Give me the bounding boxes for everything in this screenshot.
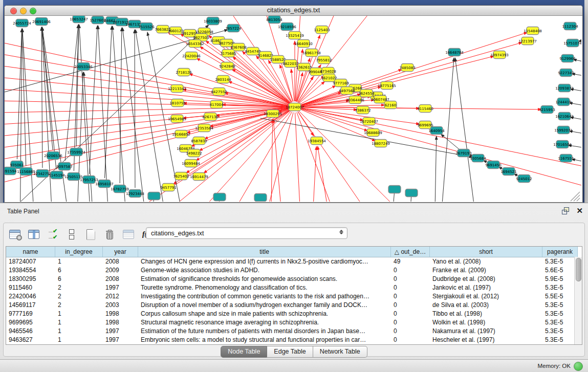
red-edge[interactable] — [298, 112, 314, 136]
table-scrollbar[interactable] — [574, 257, 582, 344]
graph-node[interactable]: 16033809 — [204, 17, 222, 25]
black-edge[interactable] — [455, 58, 478, 202]
red-edge[interactable] — [220, 112, 292, 202]
red-edge[interactable] — [318, 146, 332, 202]
graph-node[interactable]: 9691450 — [485, 161, 501, 169]
red-edge[interactable] — [300, 108, 581, 190]
graph-node[interactable]: 9777169 — [333, 79, 349, 87]
table-select-dropdown[interactable]: citations_edges.txt — [146, 227, 347, 239]
graph-node[interactable]: 9457791 — [160, 184, 176, 191]
graph-node[interactable]: 13325419 — [286, 32, 304, 39]
graph-node[interactable]: 1694521 — [500, 168, 516, 176]
graph-node[interactable]: 7625402 — [173, 172, 189, 180]
black-edge[interactable] — [42, 27, 56, 169]
graph-node[interactable]: 9305684 — [470, 155, 486, 162]
memory-status-indicator[interactable] — [574, 362, 583, 371]
graph-node[interactable]: 19654985 — [168, 115, 186, 123]
table-row[interactable]: 977716911998Corpus callosum shape and si… — [6, 310, 582, 318]
tab-edge-table[interactable]: Edge Table — [267, 346, 313, 358]
graph-node[interactable]: 8267130 — [202, 113, 218, 121]
graph-node[interactable]: 391594 — [5, 167, 17, 175]
graph-node[interactable]: 62160 — [384, 101, 397, 109]
graph-node[interactable]: 10653247 — [70, 16, 88, 23]
table-row[interactable]: 2242004622012Investigating the contribut… — [6, 292, 582, 301]
graph-node[interactable]: 12093872 — [555, 84, 574, 92]
graph-node[interactable] — [254, 194, 267, 202]
graph-node[interactable]: 11548408 — [524, 27, 542, 35]
red-edge[interactable] — [189, 74, 289, 105]
close-window-button[interactable] — [10, 8, 17, 14]
red-edge[interactable] — [5, 108, 289, 190]
table-mode-button[interactable] — [8, 227, 22, 242]
graph-node[interactable]: 1167551 — [558, 155, 574, 162]
column-header[interactable]: pagerank — [542, 247, 578, 257]
column-visibility-button[interactable] — [27, 227, 41, 242]
resize-grip[interactable] — [574, 195, 580, 201]
graph-node[interactable] — [213, 193, 226, 201]
black-edge[interactable] — [41, 27, 42, 168]
graph-node[interactable]: 7663822 — [155, 26, 170, 33]
network-canvas[interactable]: 9660123891295515226058982750316543362818… — [5, 16, 581, 202]
graph-node[interactable]: 2679193 — [455, 149, 471, 157]
table-row[interactable]: 1872400712008Changes of HCN gene express… — [6, 257, 582, 266]
black-edge[interactable] — [120, 28, 122, 183]
column-header[interactable]: in_degree — [55, 247, 103, 257]
graph-node[interactable]: 6497568 — [339, 87, 355, 95]
graph-node[interactable]: 7515526 — [138, 23, 155, 31]
graph-node[interactable]: 19384554 — [308, 137, 326, 145]
window-titlebar[interactable]: citations_edges.txt — [5, 6, 582, 16]
black-edge[interactable] — [434, 136, 437, 202]
table-row[interactable]: 1830029562008Estimation of significance … — [6, 275, 582, 283]
select-columns-button[interactable]: ✔✔ — [46, 227, 60, 242]
red-edge[interactable] — [295, 113, 301, 202]
graph-node[interactable]: 417004 — [210, 101, 224, 108]
table-row[interactable]: 946362711997Embryonic stem cells: a mode… — [6, 336, 582, 344]
graph-node[interactable]: 16961758 — [302, 49, 321, 57]
graph-node[interactable]: 9129966 — [559, 55, 576, 62]
graph-node[interactable]: 16914479 — [190, 173, 208, 181]
graph-node[interactable]: 1112304 — [562, 23, 578, 30]
graph-node[interactable]: 2718126 — [176, 69, 192, 76]
zoom-window-button[interactable] — [30, 8, 36, 14]
minimize-window-button[interactable] — [20, 8, 27, 14]
graph-node[interactable]: 9097587 — [56, 163, 72, 170]
graph-node[interactable]: 9115460 — [417, 105, 433, 113]
graph-node[interactable]: 16640910 — [294, 40, 313, 48]
black-edge[interactable] — [90, 26, 98, 174]
new-column-button[interactable] — [83, 227, 98, 242]
graph-node[interactable]: 1810755 — [169, 99, 185, 107]
graph-node[interactable]: 3175685 — [220, 50, 236, 57]
graph-node[interactable]: 8587833 — [191, 137, 207, 145]
graph-node[interactable]: 9245012 — [516, 175, 532, 183]
graph-node[interactable]: 3215953 — [539, 106, 555, 114]
graph-node[interactable]: 7386372 — [355, 106, 371, 114]
row-height-button[interactable] — [64, 227, 79, 242]
red-edge[interactable] — [273, 119, 284, 202]
graph-node[interactable]: 17359924 — [67, 148, 85, 156]
graph-node[interactable]: 1527602 — [90, 16, 105, 24]
red-edge[interactable] — [5, 107, 289, 126]
graph-node[interactable]: 8427552 — [211, 88, 227, 96]
column-header[interactable]: title — [138, 247, 391, 257]
graph-node[interactable]: 7857224 — [225, 25, 242, 32]
table-row[interactable]: 946554611997Estimation of the future num… — [6, 327, 582, 336]
graph-node[interactable] — [405, 189, 418, 197]
red-edge[interactable] — [299, 111, 424, 202]
graph-node[interactable]: 9242848 — [219, 62, 235, 70]
float-panel-icon[interactable] — [562, 207, 569, 214]
close-panel-icon[interactable]: ✕ — [576, 207, 583, 214]
graph-node[interactable]: 16210643 — [555, 113, 574, 120]
graph-node[interactable]: 15751074 — [563, 39, 581, 47]
graph-node[interactable]: 3624554 — [358, 90, 375, 97]
column-header[interactable]: name — [6, 247, 55, 257]
red-edge[interactable] — [300, 108, 581, 169]
resize-grip[interactable] — [577, 198, 580, 201]
black-edge[interactable] — [22, 29, 26, 166]
red-edge[interactable] — [5, 107, 289, 139]
table-row[interactable]: 1938455462009Genome-wide association stu… — [6, 266, 582, 275]
column-header[interactable]: short — [430, 247, 542, 257]
column-header[interactable]: △ out_de… — [391, 247, 430, 257]
table-row[interactable]: 969969511998Structural magnetic resonanc… — [6, 318, 582, 327]
network-window[interactable]: citations_edges.txt 96601238912955152260… — [4, 5, 583, 203]
graph-node[interactable]: 1244419 — [555, 98, 571, 106]
